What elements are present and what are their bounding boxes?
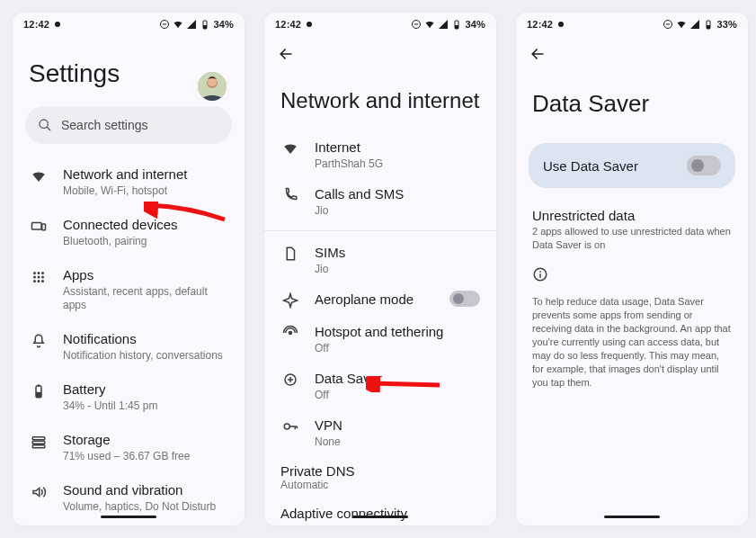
svg-point-9 — [33, 272, 36, 274]
nav-handle[interactable] — [604, 516, 660, 518]
item-hotspot[interactable]: Hotspot and tethering Off — [264, 316, 496, 363]
item-notifications[interactable]: Notifications Notification history, conv… — [13, 321, 245, 372]
wifi-status-icon — [424, 19, 435, 30]
screen-settings: 12:42 34% Settings Search settings — [13, 13, 245, 525]
back-button[interactable] — [529, 45, 547, 63]
dnd-alarm-icon — [663, 19, 673, 30]
item-title: Internet — [315, 139, 480, 157]
item-sub: Mobile, Wi-Fi, hotspot — [63, 184, 228, 198]
item-connected-devices[interactable]: Connected devices Bluetooth, pairing — [13, 207, 245, 257]
item-title: Connected devices — [63, 216, 228, 234]
svg-rect-21 — [32, 437, 45, 440]
item-sub: ParthShah 5G — [315, 157, 480, 171]
data-saver-icon — [280, 370, 300, 388]
item-network[interactable]: Network and internet Mobile, Wi-Fi, hots… — [13, 157, 245, 207]
status-bar: 12:42 33% — [516, 13, 748, 32]
data-saver-card[interactable]: Use Data Saver — [529, 143, 735, 188]
wifi-icon — [280, 139, 300, 157]
item-title: Calls and SMS — [315, 185, 480, 203]
aeroplane-toggle[interactable] — [449, 291, 480, 307]
svg-rect-22 — [32, 441, 45, 444]
svg-point-15 — [33, 280, 36, 282]
status-time: 12:42 — [527, 19, 553, 30]
item-storage[interactable]: Storage 71% used – 36.67 GB free — [13, 422, 245, 472]
svg-rect-20 — [36, 392, 41, 398]
back-button[interactable] — [277, 45, 295, 63]
item-vpn[interactable]: VPN None — [264, 409, 496, 456]
svg-point-13 — [38, 276, 40, 279]
search-settings[interactable]: Search settings — [25, 106, 232, 144]
item-sub: 71% used – 36.67 GB free — [63, 450, 228, 463]
svg-point-29 — [284, 424, 289, 429]
item-sub: None — [315, 435, 480, 449]
svg-rect-34 — [539, 273, 541, 278]
dnd-alarm-icon — [159, 19, 170, 30]
item-battery[interactable]: Battery 34% - Until 1:45 pm — [13, 372, 245, 422]
item-adaptive[interactable]: Adaptive connectivity — [264, 498, 496, 523]
svg-point-14 — [41, 276, 44, 279]
svg-rect-19 — [38, 385, 40, 387]
item-sims[interactable]: SIMs Jio — [264, 237, 496, 283]
status-bar: 12:42 34% — [13, 13, 245, 32]
item-internet[interactable]: Internet ParthShah 5G — [264, 131, 496, 178]
screen-data-saver: 12:42 33% Data Saver Use Data Saver Unre… — [516, 13, 748, 525]
wifi-status-icon — [676, 19, 687, 30]
wifi-icon — [29, 166, 49, 184]
chat-notification-icon — [307, 22, 312, 27]
nav-handle[interactable] — [101, 516, 156, 518]
item-private-dns[interactable]: Private DNS — [264, 456, 496, 479]
signal-icon — [438, 19, 449, 30]
status-time: 12:42 — [23, 19, 49, 30]
page-title: Network and internet — [264, 67, 496, 131]
status-time: 12:42 — [275, 19, 301, 30]
devices-icon — [29, 216, 49, 235]
unrestricted-title[interactable]: Unrestricted data — [516, 202, 748, 225]
svg-point-17 — [41, 280, 44, 282]
data-saver-toggle[interactable] — [687, 156, 721, 175]
item-sub: Bluetooth, pairing — [63, 235, 228, 248]
item-sub: Jio — [315, 263, 480, 276]
svg-point-6 — [40, 120, 48, 128]
signal-icon — [689, 19, 700, 30]
item-title: SIMs — [315, 244, 480, 262]
unrestricted-sub: 2 apps allowed to use unrestricted data … — [516, 225, 748, 259]
item-title: Network and internet — [63, 166, 228, 184]
battery-percent: 34% — [465, 19, 485, 30]
battery-percent: 34% — [213, 19, 234, 30]
signal-icon — [186, 19, 197, 30]
item-aeroplane[interactable]: Aeroplane mode — [264, 283, 496, 316]
item-calls-sms[interactable]: Calls and SMS Jio — [264, 178, 496, 225]
svg-point-16 — [38, 280, 40, 282]
vpn-key-icon — [280, 417, 300, 435]
item-sub: Notification history, conversations — [63, 349, 228, 363]
status-bar: 12:42 34% — [264, 13, 496, 32]
item-private-dns-sub: Automatic — [264, 479, 496, 498]
nav-handle[interactable] — [352, 516, 408, 518]
item-sub: Off — [315, 342, 480, 355]
sim-icon — [280, 244, 300, 262]
divider — [264, 230, 496, 231]
item-title: Notifications — [63, 330, 228, 348]
screen-network: 12:42 34% Network and internet Internet — [264, 13, 496, 525]
item-title: Battery — [63, 381, 228, 399]
profile-avatar[interactable] — [198, 72, 227, 101]
svg-point-27 — [289, 331, 293, 336]
battery-item-icon — [29, 381, 49, 399]
wifi-status-icon — [173, 19, 183, 30]
item-apps[interactable]: Apps Assistant, recent apps, default app… — [13, 257, 245, 321]
search-placeholder: Search settings — [61, 118, 148, 132]
apps-icon — [29, 266, 49, 285]
svg-point-12 — [33, 276, 36, 279]
storage-icon — [29, 431, 49, 450]
svg-rect-32 — [707, 25, 710, 29]
item-title: Aeroplane mode — [315, 291, 435, 309]
item-title: Sound and vibration — [63, 481, 228, 499]
page-title: Data Saver — [516, 67, 748, 136]
item-title: VPN — [315, 417, 480, 435]
svg-rect-26 — [455, 25, 458, 29]
item-sub: Jio — [315, 204, 480, 218]
chat-notification-icon — [55, 22, 60, 27]
battery-percent: 33% — [716, 19, 737, 30]
item-sub: 34% - Until 1:45 pm — [63, 399, 228, 413]
item-data-saver[interactable]: Data Saver Off — [264, 363, 496, 409]
